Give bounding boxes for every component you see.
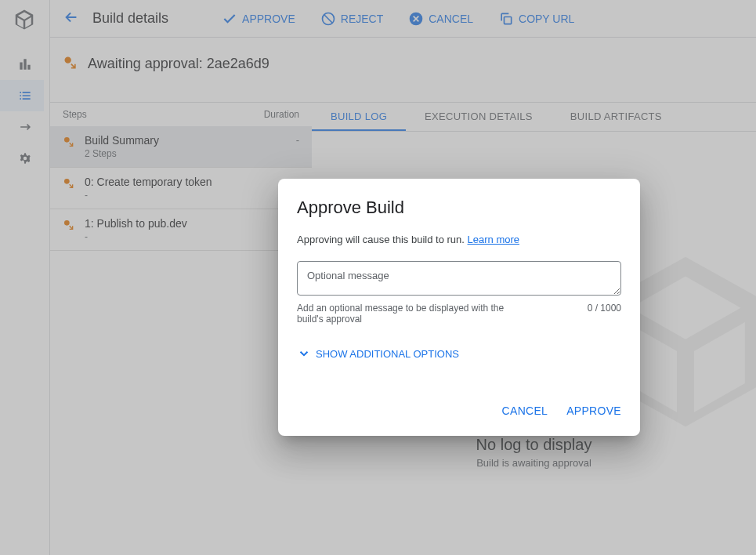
optional-message-input[interactable]: [297, 261, 621, 296]
helper-row: Add an optional message to be displayed …: [297, 303, 621, 325]
chevron-down-icon: [297, 346, 311, 361]
approve-build-dialog: Approve Build Approving will cause this …: [278, 179, 640, 436]
show-more-label: Show additional options: [316, 348, 459, 360]
helper-text: Add an optional message to be displayed …: [297, 303, 532, 325]
dialog-description: Approving will cause this build to run. …: [297, 234, 621, 245]
dialog-cancel-button[interactable]: Cancel: [502, 404, 548, 417]
char-counter: 0 / 1000: [588, 303, 621, 325]
dialog-approve-button[interactable]: Approve: [566, 404, 621, 417]
show-additional-options[interactable]: Show additional options: [297, 346, 621, 361]
dialog-actions: Cancel Approve: [297, 404, 621, 417]
learn-more-link[interactable]: Learn more: [468, 234, 519, 245]
dialog-title: Approve Build: [297, 198, 621, 218]
